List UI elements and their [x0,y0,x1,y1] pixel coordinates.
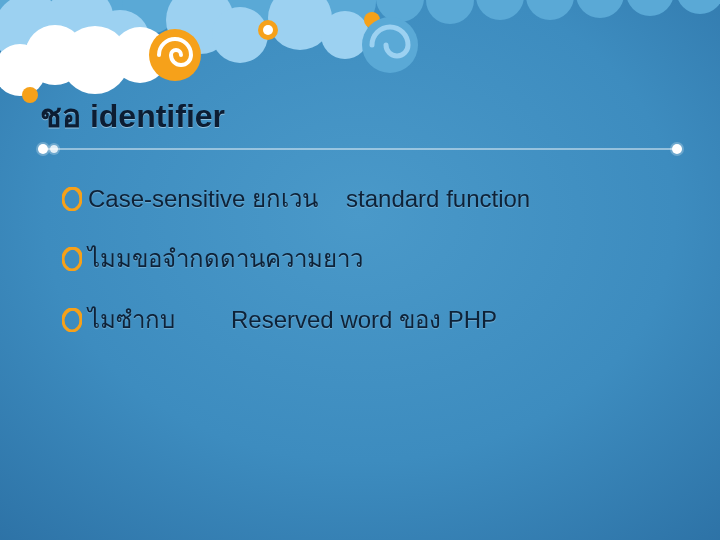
svg-point-12 [576,0,624,18]
svg-point-4 [176,0,224,26]
svg-point-14 [676,0,720,14]
svg-point-24 [112,27,168,83]
svg-point-6 [276,0,324,24]
svg-point-3 [122,0,178,34]
bullet-icon [62,247,82,271]
svg-point-23 [61,26,129,94]
svg-point-19 [212,7,268,63]
bullet-text: Case-sensitive ยกเวนstandard function [88,183,680,215]
svg-point-27 [258,20,278,40]
bullet-post: Reserved word ของ PHP [231,306,497,333]
bullet-text: ไมมขอจำกดดานความยาว [88,243,680,275]
bullet-post: standard function [346,185,530,212]
svg-point-11 [526,0,574,20]
svg-point-20 [268,0,332,50]
svg-point-8 [376,0,424,22]
list-item: ไมซำกบReserved word ของ PHP [62,304,680,336]
svg-point-21 [321,11,369,59]
svg-point-1 [38,0,82,28]
svg-point-0 [0,0,44,32]
svg-point-26 [149,29,201,81]
bullet-pre: ไมมขอจำกดดานความยาว [88,245,363,272]
svg-point-22 [25,25,85,85]
bullet-icon [62,308,82,332]
slide: ชอ identifier Case-sensitive ยกเวนstanda… [0,0,720,540]
bullet-text: ไมซำกบReserved word ของ PHP [88,304,680,336]
list-item: Case-sensitive ยกเวนstandard function [62,183,680,215]
bullet-pre: ไมซำกบ [88,306,175,333]
svg-point-17 [90,10,150,70]
svg-point-18 [166,0,234,54]
svg-point-5 [224,0,276,30]
svg-point-2 [74,0,126,30]
svg-point-15 [0,0,66,66]
svg-point-31 [362,17,418,73]
svg-point-25 [0,44,46,96]
bullet-pre: Case-sensitive ยกเวน [88,185,318,212]
list-item: ไมมขอจำกดดานความยาว [62,243,680,275]
svg-point-10 [476,0,524,20]
svg-point-13 [626,0,674,16]
bullet-list: Case-sensitive ยกเวนstandard function ไม… [62,165,680,364]
svg-point-29 [364,12,380,28]
svg-point-9 [426,0,474,24]
bullet-icon [62,187,82,211]
svg-point-7 [324,0,376,28]
svg-point-28 [263,25,273,35]
title-divider [38,142,682,156]
svg-point-30 [22,87,38,103]
slide-title: ชอ identifier [40,90,225,141]
svg-point-16 [46,0,114,54]
